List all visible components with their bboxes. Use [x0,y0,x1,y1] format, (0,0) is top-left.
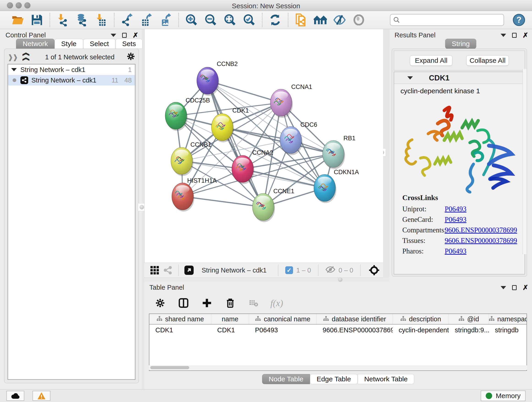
tab-select[interactable]: Select [83,39,115,49]
close-panel-icon[interactable]: ✗ [523,284,528,291]
zoom-out-icon[interactable] [204,13,217,27]
float-panel-icon[interactable] [122,33,127,38]
collapse-all-button[interactable]: Collapse All [466,55,509,66]
node-RB1[interactable]: RB1 [323,135,355,169]
node-CCNE1[interactable]: CCNE1 [253,188,294,222]
results-scrollbar[interactable] [523,69,527,254]
crosslink-link[interactable]: 9606.ENSP00000378699 [445,236,517,245]
cell-namespace[interactable]: stringdb [489,325,527,336]
column-header-description[interactable]: description [393,314,449,324]
edge-CCNA2-CDKN1A[interactable] [243,169,325,188]
refresh-icon[interactable] [268,13,282,27]
clone-network-icon[interactable] [294,13,308,27]
float-panel-icon[interactable] [512,33,517,38]
network-options-gear-icon[interactable] [126,52,135,63]
export-network-icon[interactable] [120,13,134,27]
edge-HIST1H1A-CCNE1[interactable] [183,196,263,207]
close-panel-icon[interactable]: ✗ [133,32,138,39]
cell-canonical-name[interactable]: P06493 [249,325,317,336]
cell-name[interactable]: CDK1 [211,325,249,336]
expand-all-networks-icon[interactable]: ❱❱ [21,52,29,62]
birdseye-view-icon[interactable] [182,264,196,277]
eye-slash-blue-icon[interactable] [333,13,346,27]
crosslink-link[interactable]: P06493 [445,247,467,255]
search-field[interactable] [400,16,501,24]
zoom-in-icon[interactable] [185,13,198,27]
delete-column-trash-icon[interactable] [224,296,237,310]
panel-menu-icon[interactable] [500,286,506,289]
cell-description[interactable]: cyclin-dependent ... [393,325,449,336]
collapse-all-networks-icon[interactable]: ❱❱ [7,53,17,61]
crosslink-link[interactable]: P06493 [445,216,467,224]
table-options-gear-icon[interactable] [153,296,167,310]
gene-section-header[interactable]: CDK1 [394,72,525,84]
table-horizontal-scrollbar[interactable] [149,365,527,370]
float-panel-icon[interactable] [512,285,517,290]
open-file-icon[interactable] [11,13,24,27]
tab-node-table[interactable]: Node Table [262,374,310,384]
memory-button[interactable]: Memory [481,390,526,401]
houses-icon[interactable] [314,13,327,27]
cell-database-identifier[interactable]: 9606.ENSP00000378699 [317,325,393,336]
memory-label: Memory [496,392,520,400]
node-CCNB2[interactable]: CCNB2 [197,61,238,96]
node-column-icon [255,315,261,323]
expand-all-button[interactable]: Expand All [410,55,452,66]
tab-network[interactable]: Network [16,39,55,49]
grid-view-icon[interactable] [148,264,161,277]
tab-style[interactable]: Style [55,39,83,49]
panel-menu-icon[interactable] [111,34,116,37]
column-header-canonical-name[interactable]: canonical name [249,314,317,324]
node-label-CDKN1A: CDKN1A [334,169,359,176]
panel-menu-icon[interactable] [500,34,506,37]
crosslink-link[interactable]: P06493 [445,205,467,213]
node-CCNB1[interactable]: CCNB1 [171,141,211,176]
import-database-icon[interactable] [75,13,89,27]
tab-string[interactable]: String [445,39,476,49]
node-column-icon [489,315,495,323]
cell-@id[interactable]: stringdb:9... [449,325,489,336]
export-table-icon[interactable] [140,13,153,27]
column-header-database-identifier[interactable]: database identifier [317,314,393,324]
eye-gray-icon[interactable] [352,13,365,27]
tab-network-table[interactable]: Network Table [358,374,414,384]
add-column-icon[interactable] [200,296,214,310]
export-image-icon[interactable] [159,13,172,27]
node-CCNA2[interactable]: CCNA2 [232,149,273,184]
cell-shared-name[interactable]: CDK1 [149,325,211,336]
network-share-icon [20,76,28,84]
node-CDKN1A[interactable]: CDKN1A [314,169,359,203]
edge-CCNB2-CCNE1[interactable] [208,81,263,207]
column-header-@id[interactable]: @id [449,314,489,324]
network-tree: String Network – cdk1 1 String Network –… [7,64,135,380]
import-network-icon[interactable] [56,13,70,27]
node-HIST1H1A[interactable]: HIST1H1A [172,177,217,211]
section-expand-icon[interactable] [407,76,413,80]
zoom-fit-icon[interactable] [223,13,237,27]
crosslink-link[interactable]: 9606.ENSP00000378699 [445,226,517,234]
fit-crosshair-icon[interactable] [367,264,381,277]
show-columns-icon[interactable] [177,296,190,310]
crosslinks-title: CrossLinks [402,193,525,202]
search-input[interactable] [390,14,504,26]
tab-edge-table[interactable]: Edge Table [310,374,358,384]
table-row[interactable]: CDK1CDK1P064939606.ENSP00000378699cyclin… [149,325,526,336]
close-panel-icon[interactable]: ✗ [523,32,528,39]
share-view-icon[interactable] [161,264,175,277]
warning-button[interactable] [32,391,51,401]
network-canvas[interactable]: CCNB2CCNA1CDC25BCDK1CDC6RB1CCNB1CCNA2CDK… [144,29,383,263]
column-header-name[interactable]: name [211,314,249,324]
zoom-selected-icon[interactable] [243,13,256,27]
help-button[interactable]: ? [512,13,526,27]
tab-sets[interactable]: Sets [115,39,143,49]
network-collection-row[interactable]: String Network – cdk1 1 [8,64,135,75]
import-table-icon[interactable] [95,13,108,27]
save-session-icon[interactable] [30,13,44,27]
network-row[interactable]: String Network – cdk1 11 48 [8,75,135,85]
cloud-button[interactable] [6,391,24,401]
column-header-namespace[interactable]: namespace [489,314,527,324]
selected-nodes-checkbox-icon[interactable]: ✓ [285,266,293,274]
column-header-shared-name[interactable]: shared name [149,314,211,324]
collection-expand-icon[interactable] [11,68,17,71]
control-panel-tabs: NetworkStyleSelectSets [16,39,143,49]
